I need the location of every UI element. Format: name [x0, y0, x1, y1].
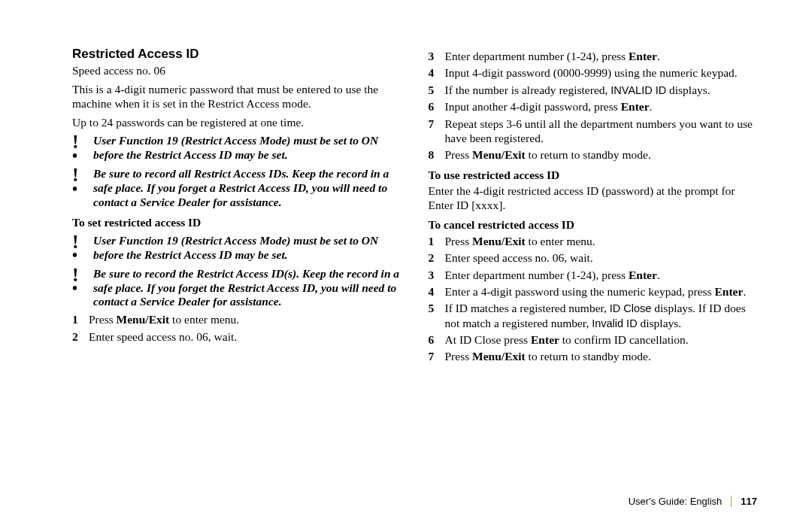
step-text: Enter department number (1-24), press En…	[445, 49, 758, 63]
exclamation-icon	[72, 234, 93, 260]
use-paragraph: Enter the 4-digit restricted access ID (…	[429, 184, 758, 212]
note-block: User Function 19 (Restrict Access Mode) …	[72, 234, 401, 262]
list-item: 3 Enter department number (1-24), press …	[429, 49, 758, 63]
set-steps-continued: 3 Enter department number (1-24), press …	[429, 49, 758, 162]
note-block: User Function 19 (Restrict Access Mode) …	[72, 134, 401, 162]
subheading-set: To set restricted access ID	[72, 216, 401, 229]
list-item: 3 Enter department number (1-24), press …	[429, 268, 758, 282]
note-text: Be sure to record the Restrict Access ID…	[93, 267, 401, 310]
list-item: 2 Enter speed access no. 06, wait.	[429, 250, 758, 265]
list-item: 1 Press Menu/Exit to enter menu.	[429, 234, 758, 248]
step-text: Repeat steps 3-6 until all the departmen…	[445, 117, 758, 146]
page-footer: User's Guide: English 117	[629, 496, 757, 507]
footer-guide: User's Guide: English	[629, 496, 723, 507]
step-text: Press Menu/Exit to enter menu.	[445, 234, 758, 248]
step-text: If the number is already registered, INV…	[445, 83, 758, 97]
note-text: Be sure to record all Restrict Access ID…	[93, 167, 401, 210]
step-number: 4	[429, 65, 445, 80]
list-item: 5 If the number is already registered, I…	[429, 83, 758, 97]
document-page: Restricted Access ID Speed access no. 06…	[0, 0, 812, 525]
step-text: Enter speed access no. 06, wait.	[89, 329, 401, 344]
step-number: 4	[429, 284, 445, 299]
note-block: Be sure to record all Restrict Access ID…	[72, 167, 401, 210]
step-number: 7	[429, 349, 445, 363]
right-column: 3 Enter department number (1-24), press …	[429, 47, 758, 366]
note-text: User Function 19 (Restrict Access Mode) …	[93, 234, 401, 262]
step-text: Input 4-digit password (0000-9999) using…	[445, 65, 758, 80]
step-number: 5	[429, 83, 445, 97]
list-item: 5 If ID matches a registered number, ID …	[429, 301, 758, 330]
step-text: Press Menu/Exit to return to standby mod…	[445, 349, 758, 363]
list-item: 2 Enter speed access no. 06, wait.	[72, 329, 401, 344]
step-number: 3	[429, 268, 445, 282]
section-title: Restricted Access ID	[72, 47, 401, 62]
step-text: Press Menu/Exit to enter menu.	[89, 312, 401, 326]
subheading-cancel: To cancel restricted access ID	[429, 218, 758, 232]
step-text: Input another 4-digit password, press En…	[445, 99, 758, 114]
list-item: 4 Enter a 4-digit password using the num…	[429, 284, 758, 299]
list-item: 6 Input another 4-digit password, press …	[429, 99, 758, 114]
list-item: 1 Press Menu/Exit to enter menu.	[72, 312, 401, 326]
step-text: Enter a 4-digit password using the numer…	[445, 284, 758, 299]
step-number: 2	[429, 250, 445, 265]
step-number: 6	[429, 332, 445, 347]
step-number: 6	[429, 99, 445, 114]
step-number: 1	[72, 312, 89, 326]
page-number: 117	[741, 496, 757, 507]
step-text: Press Menu/Exit to return to standby mod…	[445, 147, 758, 162]
step-text: If ID matches a registered number, ID Cl…	[445, 301, 758, 330]
list-item: 7 Repeat steps 3-6 until all the departm…	[429, 117, 758, 146]
step-number: 8	[429, 147, 445, 162]
exclamation-icon	[72, 267, 93, 293]
list-item: 8 Press Menu/Exit to return to standby m…	[429, 147, 758, 162]
left-column: Restricted Access ID Speed access no. 06…	[72, 47, 401, 366]
subheading-use: To use restricted access ID	[429, 168, 758, 182]
step-text: At ID Close press Enter to confirm ID ca…	[445, 332, 758, 347]
text-columns: Restricted Access ID Speed access no. 06…	[72, 47, 757, 366]
list-item: 6 At ID Close press Enter to confirm ID …	[429, 332, 758, 347]
step-text: Enter speed access no. 06, wait.	[445, 250, 758, 265]
step-number: 7	[429, 117, 445, 131]
footer-separator	[731, 496, 732, 507]
set-steps-list: 1 Press Menu/Exit to enter menu. 2 Enter…	[72, 312, 401, 344]
list-item: 7 Press Menu/Exit to return to standby m…	[429, 349, 758, 363]
limit-paragraph: Up to 24 passwords can be registered at …	[72, 115, 401, 129]
step-number: 5	[429, 301, 445, 315]
step-number: 3	[429, 49, 445, 63]
step-number: 1	[429, 234, 445, 248]
step-text: Enter department number (1-24), press En…	[445, 268, 758, 282]
exclamation-icon	[72, 134, 93, 160]
note-text: User Function 19 (Restrict Access Mode) …	[93, 134, 401, 162]
cancel-steps-list: 1 Press Menu/Exit to enter menu. 2 Enter…	[429, 234, 758, 364]
exclamation-icon	[72, 167, 93, 193]
list-item: 4 Input 4-digit password (0000-9999) usi…	[429, 65, 758, 80]
speed-access-line: Speed access no. 06	[72, 63, 401, 77]
step-number: 2	[72, 329, 89, 344]
note-block: Be sure to record the Restrict Access ID…	[72, 267, 401, 310]
intro-paragraph: This is a 4-digit numeric password that …	[72, 82, 401, 111]
